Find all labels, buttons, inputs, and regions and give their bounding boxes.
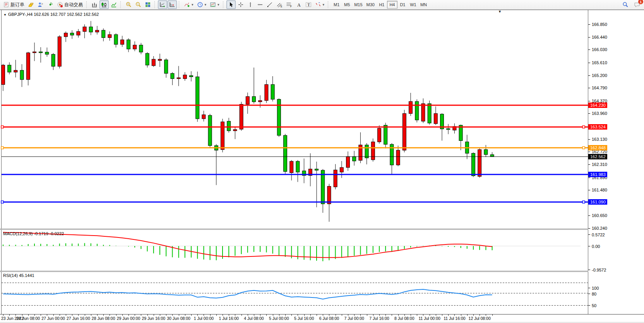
line-handle[interactable] bbox=[582, 126, 585, 128]
svg-text:E: E bbox=[281, 5, 283, 8]
timeframe-M15[interactable]: M15 bbox=[352, 1, 364, 9]
price-axis[interactable]: 166.850 166.440 166.030 165.610 165.200 … bbox=[588, 20, 644, 323]
candle bbox=[171, 73, 174, 79]
text-label-tool-button[interactable]: T bbox=[304, 0, 313, 9]
new-order-label: 新订单 bbox=[10, 2, 24, 8]
date-label: 7 Jul 16:00 bbox=[366, 316, 392, 321]
rsi-scale-label: 80 bbox=[592, 292, 596, 296]
price-tick bbox=[588, 75, 590, 76]
date-label: 4 Jul 08:00 bbox=[241, 316, 267, 321]
autotrading-label: 自动交易 bbox=[64, 2, 83, 8]
timeframe-M30[interactable]: M30 bbox=[365, 1, 377, 9]
text-tool-button[interactable]: A bbox=[294, 0, 303, 9]
date-label: 1 Jul 00:00 bbox=[190, 316, 217, 321]
candle bbox=[384, 125, 387, 144]
data-window-icon bbox=[38, 2, 44, 8]
notification-badge: 1 bbox=[638, 0, 643, 4]
candle bbox=[39, 52, 43, 53]
symbol-dropdown-icon[interactable]: ▼ bbox=[3, 13, 7, 17]
date-label: 11 Jul 16:00 bbox=[441, 316, 468, 321]
chevron-down-icon: ▾ bbox=[323, 3, 325, 7]
periods-button[interactable]: ▾ bbox=[195, 0, 208, 9]
timeframe-M5[interactable]: M5 bbox=[342, 1, 352, 9]
market-watch-button[interactable] bbox=[26, 0, 36, 9]
indicators-button[interactable]: ▾ bbox=[182, 0, 195, 9]
vertical-line-tool-button[interactable] bbox=[246, 0, 255, 9]
date-axis[interactable]: 23 Jun 202224 Jun 08:0027 Jun 00:0027 Ju… bbox=[0, 314, 644, 322]
timeframe-group: M1M5M15M30H1H4D1W1MN bbox=[331, 1, 429, 9]
rsi-pane[interactable] bbox=[0, 272, 588, 314]
horizontal-line-tool-button[interactable] bbox=[255, 0, 265, 9]
svg-text:F: F bbox=[290, 5, 292, 8]
chart-shift-button[interactable] bbox=[168, 0, 177, 9]
line-handle[interactable] bbox=[1, 126, 3, 128]
bar-chart-button[interactable] bbox=[90, 0, 99, 9]
line-handle[interactable] bbox=[582, 147, 585, 149]
price-chart-pane[interactable] bbox=[0, 10, 588, 229]
candle bbox=[58, 37, 61, 67]
candle bbox=[365, 145, 368, 158]
zoom-out-button[interactable] bbox=[134, 0, 143, 9]
line-handle[interactable] bbox=[1, 201, 3, 203]
timeframe-W1[interactable]: W1 bbox=[408, 1, 418, 9]
templates-button[interactable]: ▾ bbox=[208, 0, 221, 9]
candle bbox=[271, 84, 274, 99]
auto-scroll-button[interactable] bbox=[158, 0, 167, 9]
zoom-in-icon bbox=[125, 2, 132, 8]
chart-shift-marker-icon[interactable]: ▼ bbox=[498, 10, 502, 14]
timeframe-D1[interactable]: D1 bbox=[397, 1, 408, 9]
date-label: 1 Jul 16:00 bbox=[216, 316, 242, 321]
bar-chart-icon bbox=[91, 2, 98, 8]
macd-scale-label: 0.5722 bbox=[592, 232, 605, 237]
search-button[interactable] bbox=[621, 0, 630, 9]
candle bbox=[290, 161, 293, 173]
macd-scale-label: -0.9572 bbox=[592, 268, 606, 272]
svg-text:T: T bbox=[307, 3, 310, 7]
tile-windows-button[interactable] bbox=[143, 0, 152, 9]
line-handle[interactable] bbox=[1, 147, 3, 149]
trendline-tool-button[interactable] bbox=[265, 0, 274, 9]
timeframe-M1[interactable]: M1 bbox=[331, 1, 342, 9]
price-tick-label: 161.480 bbox=[592, 188, 607, 192]
price-tick bbox=[588, 113, 590, 114]
autotrading-button[interactable]: 自动交易 bbox=[55, 0, 84, 9]
cursor-tool-button[interactable] bbox=[226, 0, 236, 9]
candle bbox=[378, 128, 381, 142]
panel-separator[interactable] bbox=[0, 229, 644, 230]
tile-windows-icon bbox=[145, 2, 151, 8]
data-window-button[interactable] bbox=[36, 0, 45, 9]
chevron-down-icon: ▾ bbox=[218, 3, 219, 7]
new-order-button[interactable]: 新订单 bbox=[2, 0, 26, 9]
timeframe-H4[interactable]: H4 bbox=[387, 1, 397, 9]
toolbar-separator bbox=[223, 1, 225, 8]
chevron-down-icon: ▾ bbox=[192, 3, 194, 7]
candle bbox=[146, 53, 149, 65]
price-tick-label: 162.310 bbox=[592, 162, 607, 167]
candle bbox=[96, 30, 99, 32]
crosshair-tool-button[interactable] bbox=[236, 0, 245, 9]
price-tick-label: 166.030 bbox=[592, 47, 607, 52]
arrows-tool-button[interactable]: ▾ bbox=[313, 0, 326, 9]
date-label: 12 Jul 08:00 bbox=[466, 316, 493, 321]
timeframe-H1[interactable]: H1 bbox=[377, 1, 387, 9]
text-label-icon: T bbox=[305, 2, 312, 8]
timeframe-MN[interactable]: MN bbox=[418, 1, 429, 9]
notifications-button[interactable]: 1 bbox=[632, 0, 642, 9]
channel-tool-button[interactable]: E bbox=[275, 0, 284, 9]
toolbar-separator bbox=[86, 1, 88, 8]
line-handle[interactable] bbox=[582, 201, 585, 203]
zoom-in-button[interactable] bbox=[124, 0, 133, 9]
templates-icon bbox=[210, 2, 216, 8]
candlestick-chart-button[interactable] bbox=[99, 0, 109, 9]
navigator-button[interactable] bbox=[46, 0, 55, 9]
macd-pane[interactable] bbox=[0, 230, 588, 271]
chart-window: ▼GBPJPY-,H4 162.626 162.707 162.562 162.… bbox=[0, 10, 644, 321]
price-badge-161.09: 161.090 bbox=[588, 199, 607, 205]
price-tick-label: 160.240 bbox=[592, 226, 607, 231]
fibonacci-tool-button[interactable]: F bbox=[284, 0, 294, 9]
price-tick bbox=[588, 88, 590, 88]
line-chart-button[interactable] bbox=[109, 0, 118, 9]
price-tick-label: 160.650 bbox=[592, 213, 607, 218]
new-order-icon bbox=[3, 2, 9, 8]
price-badge-162.848: 162.848 bbox=[588, 145, 607, 150]
